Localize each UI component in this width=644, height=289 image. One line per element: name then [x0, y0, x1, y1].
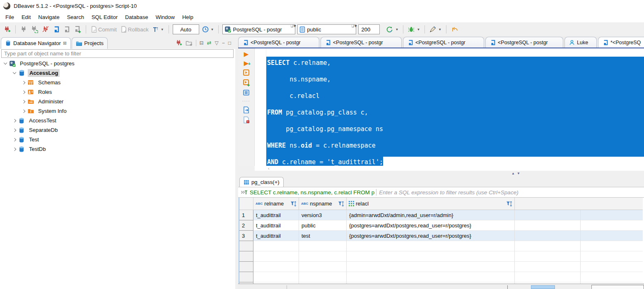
commit-button[interactable]: Commit [90, 25, 118, 33]
menu-navigate[interactable]: Navigate [34, 12, 63, 22]
cell-relname[interactable]: t_audittrail [253, 210, 299, 220]
empty-table-row[interactable] [239, 241, 643, 251]
scroll-left-icon[interactable]: ‹ [268, 166, 270, 170]
chevron-collapsed-icon[interactable] [13, 138, 16, 141]
sql-editor-icon[interactable] [52, 25, 60, 33]
chevron-expanded-icon[interactable] [13, 71, 16, 74]
row-number-cell[interactable]: 1 [239, 210, 253, 220]
grid-corner-cell[interactable] [239, 198, 253, 210]
tree-item-system-info[interactable]: System Info [0, 106, 235, 116]
table-row[interactable]: 1 t_audittrail version3 {admin=arwdDxt/a… [239, 210, 643, 220]
cell-relname[interactable]: t_audittrail [253, 231, 299, 241]
fetch-size-input[interactable] [358, 24, 380, 34]
row-number-cell[interactable]: 3 [239, 231, 253, 241]
validate-script-icon[interactable] [243, 116, 250, 124]
cell-nspname[interactable]: public [299, 220, 347, 231]
filter-sort-icon[interactable] [338, 201, 344, 207]
disconnect-icon[interactable] [41, 25, 50, 34]
filter-sort-icon[interactable] [290, 201, 297, 207]
chevron-collapsed-icon[interactable] [13, 119, 16, 122]
rollback-button[interactable]: Rollback [120, 25, 150, 33]
menu-database[interactable]: Database [121, 12, 152, 22]
back-history-icon[interactable] [450, 25, 459, 33]
menu-help[interactable]: Help [178, 12, 197, 22]
empty-table-row[interactable] [239, 262, 643, 272]
table-row[interactable]: 2 t_audittrail public {postgres=arwdDxt/… [239, 220, 643, 231]
tree-item-roles[interactable]: Roles [0, 87, 235, 97]
row-number-cell[interactable] [239, 241, 253, 251]
auto-commit-button[interactable]: Auto [173, 24, 199, 34]
results-tab-pg-class[interactable]: pg_class(+) [239, 177, 284, 187]
chevron-collapsed-icon[interactable] [22, 90, 25, 93]
status-widget[interactable] [591, 285, 644, 289]
tab-database-navigator[interactable]: Database Navigator ⊠ [1, 37, 71, 49]
close-icon[interactable]: ⊠ [63, 41, 67, 46]
row-number-cell[interactable]: 2 [239, 220, 253, 231]
open-sql-editor-icon[interactable] [63, 25, 71, 33]
transaction-mode-button[interactable]: ▼ [152, 26, 165, 33]
row-number-cell[interactable] [239, 251, 253, 262]
execute-script-icon[interactable] [243, 69, 250, 76]
cell-relacl[interactable]: {postgres=arwdDxt/postgres,read_user=r/p… [347, 231, 515, 241]
cell-nspname[interactable]: version3 [299, 210, 347, 220]
menu-file[interactable]: File [2, 12, 18, 22]
export-result-icon[interactable] [243, 106, 250, 113]
refresh-button[interactable]: ▼ [385, 25, 399, 34]
connect-icon[interactable] [19, 25, 28, 33]
tree-item-administer[interactable]: Administer [0, 97, 235, 106]
view-menu-icon[interactable]: ▽ [215, 41, 219, 45]
transaction-log-button[interactable]: ▼ [201, 25, 215, 33]
filter-sort-icon[interactable] [506, 201, 512, 207]
debug-button[interactable]: ▼ [407, 25, 421, 33]
tree-item-schemas[interactable]: Schemas [0, 78, 235, 87]
editor-tab-active[interactable]: *<PostgreSQ [598, 37, 644, 48]
chevron-expanded-icon[interactable] [4, 61, 7, 64]
execute-new-tab-icon[interactable]: ▶+ [244, 60, 249, 66]
editor-horizontal-scrollbar[interactable]: ‹ [255, 166, 644, 171]
results-splitter-band[interactable]: ▲▼ [238, 171, 644, 177]
chevron-collapsed-icon[interactable] [22, 100, 25, 103]
collapse-all-icon[interactable]: ⊟ [200, 41, 204, 45]
cell-relname[interactable]: t_audittrail [253, 220, 299, 231]
row-number-cell[interactable] [239, 262, 253, 272]
menu-edit[interactable]: Edit [18, 12, 34, 22]
compare-pen-button[interactable]: ▼ [429, 25, 442, 33]
tree-item-accesstest[interactable]: AccessTest [0, 116, 235, 125]
cell-relacl[interactable]: {admin=arwdDxt/admin,read_user=r/admin} [347, 210, 515, 220]
minimize-icon[interactable]: − [222, 41, 225, 45]
custom-filter-icon[interactable] [241, 190, 248, 195]
sql-editor-text-area[interactable]: SELECT c.relname, ns.nspname, c.relacl F… [266, 48, 644, 166]
schema-combo[interactable]: public ▼ [297, 24, 356, 34]
cell-nspname[interactable]: test [299, 231, 347, 241]
tree-item-test[interactable]: Test [0, 135, 235, 144]
connection-combo[interactable]: PostgreSQL - postgr ▼ [222, 24, 295, 34]
chevron-collapsed-icon[interactable] [22, 81, 25, 84]
tree-item-testdb[interactable]: TestDb [0, 144, 235, 154]
navigator-filter-input[interactable] [1, 49, 234, 58]
tree-item-separatedb[interactable]: SeparateDb [0, 125, 235, 135]
new-project-folder-icon[interactable] [186, 40, 193, 46]
new-connection-icon[interactable] [175, 39, 182, 46]
column-header-relname[interactable]: ABC relname [253, 198, 299, 210]
explain-plan-icon[interactable] [243, 89, 250, 96]
execute-script-new-tab-icon[interactable] [243, 79, 250, 86]
empty-table-row[interactable] [239, 272, 643, 282]
toolbar-overflow-dots[interactable]: ···· [242, 99, 250, 103]
link-with-editor-icon[interactable]: ⇄ [207, 40, 212, 45]
results-filter-input[interactable] [379, 189, 644, 196]
chevron-collapsed-icon[interactable] [13, 128, 16, 131]
menu-window[interactable]: Window [152, 12, 178, 22]
new-connection-icon[interactable] [2, 25, 12, 34]
column-header-relacl[interactable]: relacl [347, 198, 515, 210]
chevron-collapsed-icon[interactable] [13, 147, 16, 150]
chevron-collapsed-icon[interactable] [22, 109, 25, 112]
row-number-cell[interactable] [239, 272, 253, 282]
editor-tab-luke[interactable]: Luke [564, 37, 597, 48]
maximize-icon[interactable]: □ [228, 41, 231, 45]
table-row[interactable]: 3 t_audittrail test {postgres=arwdDxt/po… [239, 231, 643, 241]
menu-sql-editor[interactable]: SQL Editor [88, 12, 121, 22]
tab-projects[interactable]: Projects [72, 37, 108, 49]
splitter-collapse-icons[interactable]: ▲▼ [511, 172, 522, 175]
cell-relacl[interactable]: {postgres=arwdDxt/postgres,read_user=r/p… [347, 220, 515, 231]
column-header-nspname[interactable]: ABC nspname [299, 198, 347, 210]
